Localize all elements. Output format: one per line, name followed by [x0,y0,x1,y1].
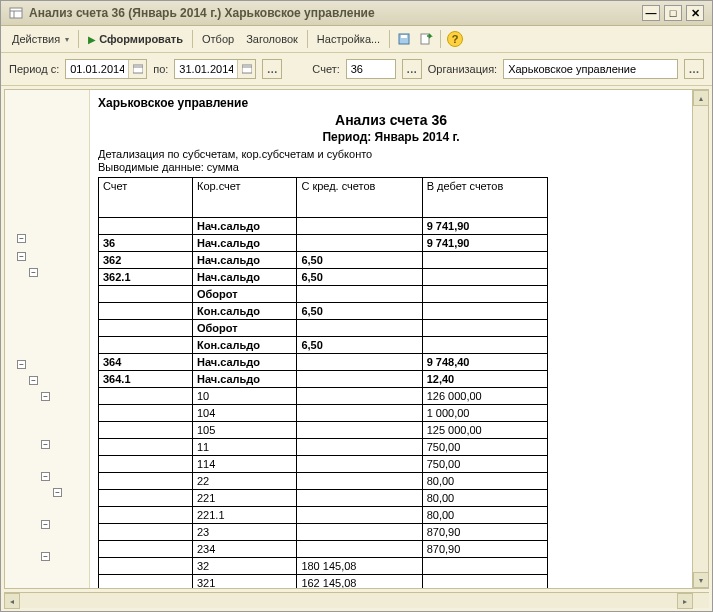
tree-node[interactable]: − [17,360,26,369]
play-icon: ▶ [88,34,96,45]
outline-tree: − − − − − − − − − − − [5,90,90,588]
tree-node[interactable]: − [41,392,50,401]
report-title: Анализ счета 36 [98,112,684,128]
svg-rect-0 [10,8,22,18]
window-title: Анализ счета 36 (Январь 2014 г.) Харьков… [29,6,375,20]
actions-label: Действия [12,33,60,45]
col-deb: В дебет счетов [422,178,547,218]
header-button[interactable]: Заголовок [241,31,303,47]
tree-node[interactable]: − [29,376,38,385]
tree-node[interactable]: − [41,520,50,529]
app-icon [9,6,23,20]
filter-button[interactable]: Отбор [197,31,239,47]
help-icon: ? [447,31,463,47]
table-row: 11750,00 [99,439,548,456]
close-button[interactable]: ✕ [686,5,704,21]
form-button[interactable]: ▶ Сформировать [83,31,188,47]
report-table: Счет Кор.счет С кред. счетов В дебет сче… [98,177,548,588]
titlebar: Анализ счета 36 (Январь 2014 г.) Харьков… [1,1,712,26]
svg-rect-6 [133,65,143,73]
tree-node[interactable]: − [53,488,62,497]
account-picker-button[interactable]: … [402,59,422,79]
actions-menu[interactable]: Действия [7,31,74,47]
calendar-from-icon[interactable] [128,60,146,78]
header-label: Заголовок [246,33,298,45]
report-org: Харьковское управление [98,96,684,110]
col-cred: С кред. счетов [297,178,422,218]
help-button[interactable]: ? [445,29,465,49]
minimize-button[interactable]: — [642,5,660,21]
tree-node[interactable]: − [29,268,38,277]
table-row: 23870,90 [99,524,548,541]
period-to-input[interactable] [175,60,237,78]
tree-node[interactable]: − [17,252,26,261]
report-period: Период: Январь 2014 г. [98,130,684,144]
restore-icon-button[interactable] [416,29,436,49]
table-row: Кон.сальдо6,50 [99,303,548,320]
report-area: Харьковское управление Анализ счета 36 П… [90,90,692,588]
scroll-left-button[interactable]: ◂ [4,593,20,609]
settings-label: Настройка... [317,33,380,45]
table-row: Оборот [99,286,548,303]
col-account: Счет [99,178,193,218]
table-row: 364Нач.сальдо9 748,40 [99,354,548,371]
table-row: 36Нач.сальдо9 741,90 [99,235,548,252]
settings-button[interactable]: Настройка... [312,31,385,47]
table-row: 221.180,00 [99,507,548,524]
maximize-button[interactable]: □ [664,5,682,21]
org-wrap [503,59,678,79]
table-row: 321162 145,08 [99,575,548,589]
save-icon-button[interactable] [394,29,414,49]
form-label: Сформировать [99,33,183,45]
org-picker-button[interactable]: … [684,59,704,79]
scroll-down-button[interactable]: ▾ [693,572,709,588]
table-row: 362Нач.сальдо6,50 [99,252,548,269]
restore-icon [419,32,433,46]
vertical-scrollbar[interactable]: ▴ ▾ [692,90,708,588]
table-row: 2280,00 [99,473,548,490]
tree-node[interactable]: − [41,472,50,481]
table-row: 32180 145,08 [99,558,548,575]
table-row: 1041 000,00 [99,405,548,422]
report-outdata: Выводимые данные: сумма [98,161,684,173]
period-from-label: Период с: [9,63,59,75]
period-to-wrap [174,59,256,79]
org-label: Организация: [428,63,497,75]
svg-rect-8 [242,65,252,73]
scroll-right-button[interactable]: ▸ [677,593,693,609]
table-row: 10126 000,00 [99,388,548,405]
table-row: 234870,90 [99,541,548,558]
table-row: 364.1Нач.сальдо12,40 [99,371,548,388]
table-row: Кон.сальдо6,50 [99,337,548,354]
content-area: − − − − − − − − − − − Харьковское управл… [4,89,709,589]
period-from-wrap [65,59,147,79]
account-wrap [346,59,396,79]
tree-node[interactable]: − [17,234,26,243]
calendar-to-icon[interactable] [237,60,255,78]
period-picker-button[interactable]: … [262,59,282,79]
table-row: Нач.сальдо9 741,90 [99,218,548,235]
table-row: 362.1Нач.сальдо6,50 [99,269,548,286]
table-row: 22180,00 [99,490,548,507]
col-corr: Кор.счет [192,178,296,218]
tree-node[interactable]: − [41,440,50,449]
params-bar: Период с: по: … Счет: … Организация: … [1,53,712,86]
horizontal-scrollbar[interactable]: ◂ ▸ [4,592,709,608]
period-from-input[interactable] [66,60,128,78]
report-detail: Детализация по субсчетам, кор.субсчетам … [98,148,684,160]
account-label: Счет: [312,63,339,75]
account-input[interactable] [347,60,395,78]
period-to-label: по: [153,63,168,75]
app-window: Анализ счета 36 (Январь 2014 г.) Харьков… [0,0,713,612]
save-icon [397,32,411,46]
toolbar: Действия ▶ Сформировать Отбор Заголовок … [1,26,712,53]
table-row: Оборот [99,320,548,337]
table-row: 114750,00 [99,456,548,473]
scroll-up-button[interactable]: ▴ [693,90,709,106]
table-row: 105125 000,00 [99,422,548,439]
filter-label: Отбор [202,33,234,45]
svg-rect-4 [401,35,407,38]
tree-node[interactable]: − [41,552,50,561]
org-input[interactable] [504,60,677,78]
